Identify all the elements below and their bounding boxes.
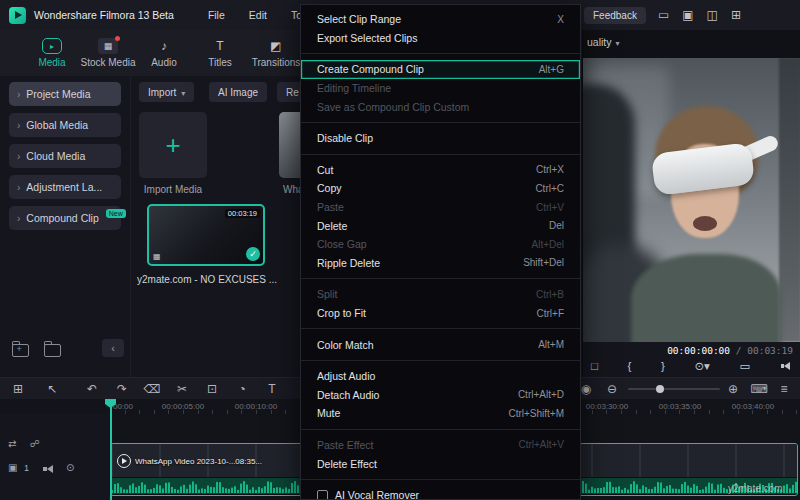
context-menu-item-disable-clip[interactable]: Disable Clip — [301, 129, 580, 148]
playhead[interactable] — [110, 399, 112, 500]
sidebar-item-cloud-media[interactable]: ›Cloud Media — [9, 144, 121, 168]
track-manager-icon[interactable]: ≡ — [780, 382, 787, 396]
menu-edit[interactable]: Edit — [237, 9, 279, 21]
context-menu-item-delete[interactable]: DeleteDel — [301, 216, 580, 235]
import-tile-label: Import Media — [139, 184, 207, 195]
context-menu-item-ai-vocal-remover[interactable]: AI Vocal Remover — [301, 486, 580, 500]
selected-clip-thumbnail[interactable]: 00:03:19 — [147, 204, 265, 266]
context-menu-item-crop-to-fit[interactable]: Crop to FitCtrl+F — [301, 304, 580, 323]
chevron-right-icon: › — [17, 182, 20, 193]
tab-label: Stock Media — [80, 57, 135, 68]
save-icon[interactable]: ▣ — [682, 8, 693, 22]
layout-icon[interactable]: ◫ — [707, 8, 718, 22]
new-folder-icon[interactable] — [12, 344, 29, 357]
watermark: y2mate.com — [728, 483, 782, 494]
menu-item-label: Save as Compound Clip Custom — [317, 101, 469, 113]
menu-divider — [301, 479, 580, 480]
snapshot-icon[interactable]: ⊙▾ — [694, 359, 709, 373]
preview-panel: uality — [582, 30, 800, 342]
voiceover-icon[interactable]: ◉ — [581, 382, 591, 396]
tab-media[interactable]: ▸Media — [24, 30, 80, 76]
mute-track-icon[interactable] — [42, 463, 55, 474]
import-media-tile[interactable] — [139, 112, 207, 178]
sidebar-item-label: Compound Clip — [26, 212, 98, 224]
chevron-right-icon: › — [17, 89, 20, 100]
apps-icon[interactable]: ⊞ — [731, 8, 741, 22]
zoom-in-icon[interactable]: ⊕ — [728, 382, 738, 396]
speed-icon[interactable]: ◔ — [238, 382, 245, 396]
track-header: ⇄ ☍ ▣ 1 ⊙ — [0, 414, 111, 500]
sidebar-item-project-media[interactable]: ›Project Media — [9, 82, 121, 106]
tab-audio[interactable]: ♪Audio — [136, 30, 192, 76]
import-dropdown-button[interactable]: Import — [139, 82, 194, 102]
text-icon[interactable]: T — [268, 382, 275, 396]
sidebar-item-global-media[interactable]: ›Global Media — [9, 113, 121, 137]
sidebar-item-adjustment-la[interactable]: ›Adjustment La... — [9, 175, 121, 199]
context-menu-item-delete-effect[interactable]: Delete Effect — [301, 454, 580, 473]
collapse-panel-button[interactable] — [102, 339, 124, 357]
media-icon: ▸ — [42, 38, 62, 54]
context-menu-item-adjust-audio[interactable]: Adjust Audio — [301, 367, 580, 386]
menu-item-shortcut: Ctrl+Alt+V — [518, 439, 564, 450]
menu-item-label: Copy — [317, 182, 342, 194]
menu-item-label: Paste — [317, 201, 344, 213]
pointer-icon[interactable]: ↖ — [47, 382, 57, 396]
menu-file[interactable]: File — [196, 9, 237, 21]
mark-out-icon[interactable]: } — [661, 360, 665, 372]
tab-titles[interactable]: TTitles — [192, 30, 248, 76]
menu-item-label: Detach Audio — [317, 389, 379, 401]
context-menu-item-export-selected-clips[interactable]: Export Selected Clips — [301, 29, 580, 48]
split-icon[interactable]: ✂ — [177, 382, 187, 396]
fit-display-icon[interactable]: ▭ — [740, 359, 751, 373]
mark-in-icon[interactable]: { — [628, 360, 632, 372]
context-menu-item-mute[interactable]: MuteCtrl+Shift+M — [301, 404, 580, 423]
redo-icon[interactable]: ↷ — [117, 382, 127, 396]
feedback-button[interactable]: Feedback — [584, 7, 646, 24]
transitions-icon: ◩ — [268, 38, 284, 54]
sidebar-item-label: Adjustment La... — [26, 181, 102, 193]
timeline-zoom-slider[interactable] — [628, 388, 720, 390]
auto-ripple-icon[interactable]: ⇄ — [8, 438, 16, 449]
menu-divider — [301, 154, 580, 155]
link-icon[interactable]: ☍ — [30, 438, 40, 449]
menu-item-shortcut: Ctrl+B — [536, 289, 564, 300]
delete-icon[interactable]: ⌫ — [144, 382, 161, 396]
keyboard-shortcut-icon[interactable]: ⌨ — [750, 382, 767, 396]
zoom-out-icon[interactable]: ⊖ — [607, 382, 617, 396]
toolbox-icon[interactable]: ⊞ — [13, 382, 23, 396]
toggle-track-visibility-icon[interactable]: ⊙ — [66, 462, 74, 473]
undo-icon[interactable]: ↶ — [87, 382, 97, 396]
screen-record-icon[interactable]: ▭ — [658, 8, 669, 22]
menu-divider — [301, 429, 580, 430]
context-menu-item-select-clip-range[interactable]: Select Clip RangeX — [301, 10, 580, 29]
frame-icon[interactable]: □ — [591, 360, 598, 372]
ruler-label: 00:03:30:00 — [586, 402, 628, 411]
menu-item-label: Adjust Audio — [317, 370, 375, 382]
sidebar-item-label: Cloud Media — [26, 150, 85, 162]
sidebar-item-label: Global Media — [26, 119, 88, 131]
menu-item-label: AI Vocal Remover — [335, 489, 419, 500]
context-menu-item-create-compound-clip[interactable]: Create Compound ClipAlt+G — [301, 60, 580, 79]
context-menu-item-detach-audio[interactable]: Detach AudioCtrl+Alt+D — [301, 386, 580, 405]
crop-icon[interactable]: ⊡ — [207, 382, 217, 396]
menu-item-label: Cut — [317, 164, 333, 176]
timecode-current: 00:00:00:00 — [667, 345, 730, 356]
sidebar-item-compound-clip[interactable]: ›Compound ClipNew — [9, 206, 121, 230]
context-menu-item-cut[interactable]: CutCtrl+X — [301, 161, 580, 180]
tab-transitions[interactable]: ◩Transitions — [248, 30, 304, 76]
audio-icon: ♪ — [156, 38, 172, 54]
context-menu-item-color-match[interactable]: Color MatchAlt+M — [301, 335, 580, 354]
chevron-down-icon — [616, 36, 620, 48]
ruler-label: 00:00 — [113, 402, 133, 411]
context-menu-item-copy[interactable]: CopyCtrl+C — [301, 179, 580, 198]
context-menu-item-ripple-delete[interactable]: Ripple DeleteShift+Del — [301, 254, 580, 273]
track-number: 1 — [24, 463, 29, 473]
menu-divider — [301, 122, 580, 123]
folder-icon[interactable] — [44, 344, 61, 357]
track-type-icon: ▣ — [8, 462, 17, 473]
preview-quality-dropdown[interactable]: uality — [587, 36, 620, 48]
ai-image-button[interactable]: AI Image — [209, 82, 267, 102]
quality-label: uality — [587, 36, 612, 48]
tab-stock-media[interactable]: ▦Stock Media — [80, 30, 136, 76]
speaker-icon[interactable] — [780, 361, 793, 372]
